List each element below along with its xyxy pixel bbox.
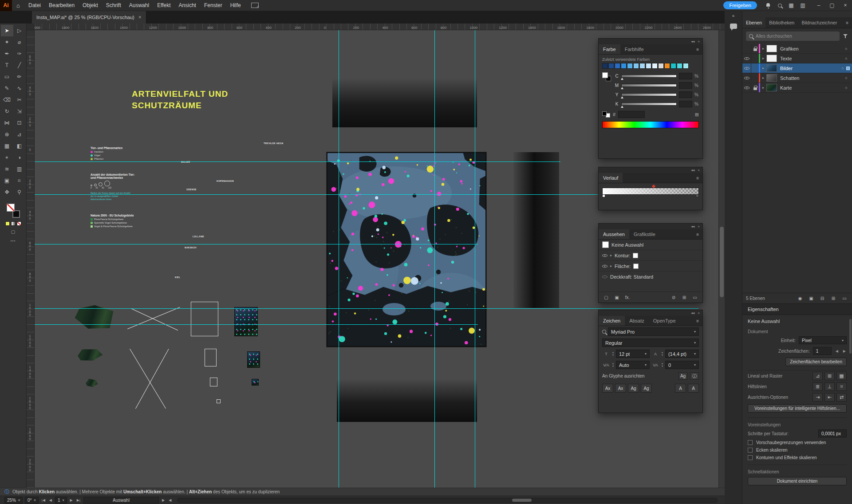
empty-frame[interactable]	[210, 378, 217, 386]
menu-objekt[interactable]: Objekt	[79, 0, 102, 11]
appearance-flyout-icon[interactable]: ≡	[693, 229, 702, 239]
recent-color-swatch[interactable]	[652, 63, 658, 69]
share-button[interactable]: Freigeben	[723, 1, 757, 9]
legend-species[interactable]: Tier- und Pflanzenarten InsektenVögelPfl…	[91, 146, 139, 160]
gradient-rect-top[interactable]	[332, 78, 477, 127]
vertical-ruler[interactable]: 6004002000200400600800100012001400160018…	[27, 30, 35, 488]
horizontal-scrollbar-thumb[interactable]	[512, 499, 532, 502]
edit-artboards-button[interactable]: Zeichenflächen bearbeiten	[785, 358, 847, 366]
color-tab-farbe[interactable]: Farbe	[599, 44, 620, 54]
expand-layer-icon[interactable]: ▸	[760, 76, 766, 80]
gradient-stop[interactable]	[602, 194, 605, 197]
perspective-grid-tool[interactable]: ⊿	[13, 129, 26, 140]
swatch-grid-icon[interactable]: ⊞	[695, 112, 699, 118]
tracking-select[interactable]: 0▾	[665, 361, 699, 369]
duplicate-item-icon[interactable]: ⊞	[680, 294, 688, 301]
lock-icon[interactable]	[753, 87, 757, 90]
close-tab-icon[interactable]: ×	[138, 14, 142, 20]
expand-layer-icon[interactable]: ▸	[760, 66, 766, 70]
search-icon[interactable]	[774, 0, 785, 11]
checkbox[interactable]	[748, 440, 753, 445]
document-setup-button[interactable]: Dokument einrichten	[748, 477, 847, 485]
shape-builder-tool[interactable]: ⊕	[1, 129, 13, 140]
clipping-mask-icon[interactable]: ▣	[807, 295, 815, 302]
minimize-button[interactable]: –	[812, 0, 825, 11]
visibility-icon[interactable]	[602, 275, 607, 279]
filter-funnel-icon[interactable]	[843, 34, 848, 39]
horizontal-scrollbar[interactable]	[177, 498, 718, 503]
dock-flyout-icon[interactable]: ≡	[842, 17, 852, 28]
menu-ansicht[interactable]: Ansicht	[175, 0, 200, 11]
illustrator-logo[interactable]: Ai	[0, 0, 12, 11]
map-place-label[interactable]: LOLLAND	[193, 235, 204, 238]
map-thumbnail[interactable]	[234, 307, 258, 336]
guide-horizontal[interactable]	[35, 244, 478, 244]
dock-tab-ebenen[interactable]: Ebenen	[742, 17, 765, 28]
grid-icon[interactable]: ⊞	[824, 372, 835, 380]
gradient-midpoint-icon[interactable]	[652, 185, 655, 188]
align-to-key-object-icon[interactable]: ⇄	[836, 393, 847, 402]
zoom-tool[interactable]: ⚲	[13, 186, 26, 198]
recent-color-swatch[interactable]	[677, 63, 682, 69]
visibility-icon[interactable]	[744, 86, 749, 90]
target-circle-icon[interactable]: ○	[843, 86, 850, 90]
artboard-tool[interactable]: ▣	[1, 175, 13, 186]
pen-tool[interactable]: ✒	[1, 48, 13, 59]
shaper-tool[interactable]: ∿	[13, 83, 26, 94]
character-tab-zeichen[interactable]: Zeichen	[599, 316, 625, 326]
delete-layer-icon[interactable]: ▭	[840, 295, 848, 302]
vertical-scrollbar-thumb[interactable]	[720, 227, 724, 297]
hand-tool[interactable]: ✥	[1, 186, 13, 198]
gradient-rect-bottom[interactable]	[337, 379, 477, 422]
gradient-button[interactable]	[11, 221, 16, 226]
gradient-stop[interactable]	[696, 194, 699, 197]
guide-vertical[interactable]	[339, 30, 339, 488]
gradient-slider[interactable]	[602, 188, 699, 195]
glyph-option-button-2[interactable]: Ag	[628, 384, 639, 393]
visibility-icon[interactable]	[744, 66, 749, 71]
value-field-k[interactable]	[679, 101, 692, 107]
scissors-tool[interactable]: ✂	[13, 94, 26, 106]
none-button[interactable]	[17, 221, 21, 226]
map-place-label[interactable]: KIEL	[175, 276, 181, 279]
glyph-option-button-5[interactable]: A	[688, 384, 699, 393]
next-artboard-button[interactable]: ▶	[69, 498, 74, 502]
collect-for-export-icon[interactable]: ◉	[796, 295, 804, 302]
character-flyout-icon[interactable]: ≡	[693, 316, 702, 326]
color-tab-farbhilfe[interactable]: Farbhilfe	[620, 44, 648, 54]
first-artboard-button[interactable]: |◀	[41, 498, 46, 502]
collapse-panel-icon[interactable]: ◂◂	[691, 311, 694, 315]
recent-color-swatch[interactable]	[658, 63, 664, 69]
zoom-level-select[interactable]: 25%▾	[4, 497, 23, 504]
home-icon[interactable]: ⌂	[12, 0, 24, 11]
new-sublayer-icon[interactable]: ⊟	[818, 295, 826, 302]
value-field-m[interactable]	[679, 82, 692, 89]
dock-tab-bildnachzeichner[interactable]: Bildnachzeichner	[798, 17, 840, 28]
empty-frame[interactable]	[217, 399, 221, 403]
expand-layer-icon[interactable]: ▸	[760, 86, 766, 90]
menu-auswahl[interactable]: Auswahl	[125, 0, 153, 11]
appearance-tab-grafikstile[interactable]: Grafikstile	[629, 229, 660, 239]
gradient-flyout-icon[interactable]: ≡	[693, 173, 702, 183]
menu-datei[interactable]: Datei	[24, 0, 45, 11]
visibility-icon[interactable]	[602, 264, 607, 268]
guides-icon[interactable]: ≣	[813, 382, 823, 391]
info-icon[interactable]: ⓘ	[690, 372, 699, 380]
layer-row-grafiken[interactable]: ▸Grafiken○	[742, 44, 852, 54]
target-circle-icon[interactable]: ○	[843, 47, 850, 51]
free-transform-tool[interactable]: ⊡	[13, 117, 26, 129]
kerning-select[interactable]: Auto▾	[616, 361, 650, 369]
direct-selection-tool[interactable]: ▷	[13, 25, 26, 36]
comments-icon[interactable]	[730, 24, 737, 29]
font-size-stepper[interactable]: ▲▼	[612, 351, 614, 356]
add-fill-icon[interactable]: ▣	[613, 294, 621, 301]
layer-row-bilder[interactable]: ▸Bilder○	[742, 63, 852, 73]
appearance-tab-aussehen[interactable]: Aussehen	[599, 229, 629, 239]
perspective-grid-icon[interactable]: ⌗	[836, 382, 847, 391]
artboard-title-text[interactable]: ARTENVIELFALT UND SCHUTZRÄUME	[132, 88, 228, 111]
leader-line[interactable]	[130, 349, 166, 409]
leader-line[interactable]	[131, 308, 178, 331]
recent-color-swatch[interactable]	[683, 63, 689, 69]
keyboard-increment-field[interactable]: 0,0001 px	[818, 429, 847, 437]
layer-row-karte[interactable]: ▸Karte○	[742, 83, 852, 93]
